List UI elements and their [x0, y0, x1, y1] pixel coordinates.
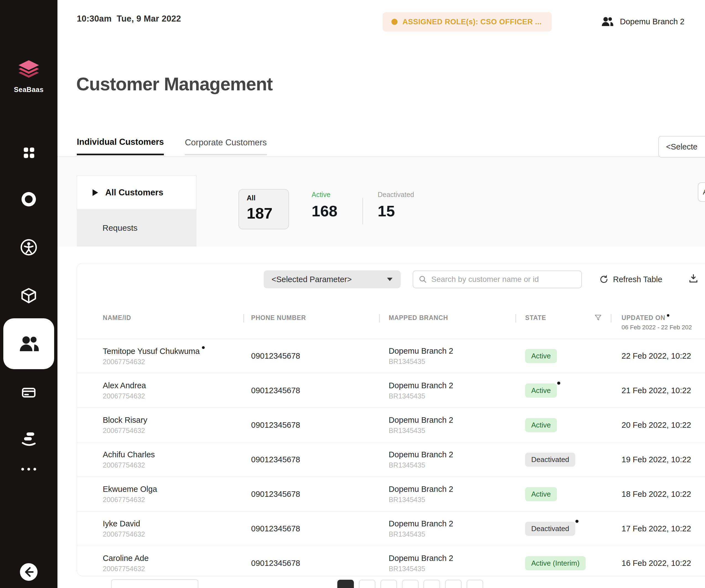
search-box	[413, 271, 582, 288]
parameter-dropdown[interactable]: <Selected Parameter>	[264, 271, 401, 288]
refresh-icon	[599, 275, 609, 284]
header-state[interactable]: STATE	[525, 314, 621, 331]
funnel-icon	[594, 314, 602, 322]
role-status-dot	[391, 19, 397, 25]
phone-number: 09012345678	[251, 352, 389, 361]
branch-code: BR1345435	[389, 530, 525, 538]
status-badge: Deactivated	[525, 522, 575, 536]
table-row[interactable]: Alex Andrea 20067754632 09012345678 Dope…	[77, 373, 705, 408]
sidebar-item-transactions[interactable]	[0, 190, 57, 208]
branch-name: Dopemu Branch 2	[389, 485, 525, 494]
table-row[interactable]: Block Risary 20067754632 09012345678 Dop…	[77, 408, 705, 442]
sidebar-collapse-button[interactable]	[0, 562, 57, 581]
pagination-page-button[interactable]	[467, 580, 483, 588]
customer-id: 20067754632	[103, 392, 251, 400]
phone-number: 09012345678	[251, 524, 389, 533]
branch-name: Dopemu Branch 2	[389, 416, 525, 425]
customer-id: 20067754632	[103, 496, 251, 504]
tab-individual-customers[interactable]: Individual Customers	[77, 137, 164, 155]
branch-people-icon	[600, 14, 614, 29]
add-customer-button-cut[interactable]: A	[698, 182, 705, 202]
table-row[interactable]: Iyke David 20067754632 09012345678 Dopem…	[77, 511, 705, 546]
table-body: Temitope Yusuf Chukwuma 20067754632 0901…	[77, 338, 705, 576]
table-row[interactable]: Temitope Yusuf Chukwuma 20067754632 0901…	[77, 338, 705, 373]
sidebar-item-more[interactable]	[0, 466, 57, 472]
customer-id: 20067754632	[103, 565, 251, 573]
updated-on: 16 Feb 2022, 10:22	[621, 559, 705, 568]
stat-all[interactable]: All 187	[238, 189, 289, 229]
branch-name: Dopemu Branch 2	[389, 347, 525, 356]
header-updated-on[interactable]: UPDATED ON 06 Feb 2022 - 22 Feb 202	[621, 314, 705, 331]
sidebar-item-cards[interactable]	[0, 383, 57, 401]
customer-name: Block Risary	[103, 416, 251, 425]
customer-name: Iyke David	[103, 519, 251, 528]
header-mapped-branch[interactable]: MAPPED BRANCH	[389, 314, 525, 331]
tab-corporate-customers[interactable]: Corporate Customers	[185, 138, 267, 155]
clock: 10:30amTue, 9 Mar 2022	[77, 14, 181, 24]
stat-separator	[363, 198, 363, 224]
state-filter-button[interactable]	[594, 314, 602, 323]
branch-name: Dopemu Branch 2	[389, 381, 525, 390]
branch-code: BR1345435	[389, 496, 525, 504]
badge-dot	[557, 381, 560, 385]
customer-id: 20067754632	[103, 426, 251, 435]
phone-number: 09012345678	[251, 490, 389, 499]
stat-active-value: 168	[312, 202, 337, 220]
search-input[interactable]	[431, 275, 576, 284]
refresh-table-button[interactable]: Refresh Table	[599, 271, 662, 288]
rows-per-page-select[interactable]	[111, 579, 198, 588]
page-title: Customer Management	[76, 74, 273, 94]
play-triangle-icon	[93, 189, 98, 196]
sidebar-item-customers-active[interactable]	[3, 318, 54, 369]
assigned-role-pill[interactable]: ASSIGNED ROLE(s): CSO OFFICER ...	[383, 12, 552, 32]
subnav-all-customers[interactable]: All Customers	[77, 176, 196, 210]
customers-icon	[17, 332, 41, 356]
header-phone[interactable]: PHONE NUMBER	[251, 314, 389, 331]
grid-icon	[20, 144, 38, 162]
search-icon	[419, 275, 427, 284]
pagination-page-button[interactable]	[380, 580, 397, 588]
updated-on: 19 Feb 2022, 10:22	[621, 455, 705, 464]
stat-deactivated-value: 15	[378, 202, 414, 220]
all-customers-label: All Customers	[105, 188, 163, 197]
role-pill-label: ASSIGNED ROLE(s): CSO OFFICER ...	[403, 18, 542, 26]
status-badge: Active	[525, 487, 557, 501]
column-separator	[516, 314, 516, 322]
branch-code: BR1345435	[389, 358, 525, 366]
phone-number: 09012345678	[251, 559, 389, 568]
pagination-page-button[interactable]	[445, 580, 462, 588]
stat-deactivated[interactable]: Deactivated 15	[378, 191, 414, 220]
teller-icon	[20, 430, 38, 448]
stat-active[interactable]: Active 168	[312, 191, 337, 220]
back-arrow-icon	[19, 562, 38, 581]
updated-on: 21 Feb 2022, 10:22	[621, 386, 705, 395]
table-row[interactable]: Ekwueme Olga 20067754632 09012345678 Dop…	[77, 477, 705, 511]
branch-code: BR1345435	[389, 565, 525, 573]
customer-id: 20067754632	[103, 530, 251, 538]
tab-divider	[57, 156, 705, 157]
pagination-page-button[interactable]	[359, 580, 375, 588]
sidebar-item-dashboard[interactable]	[0, 144, 57, 162]
table-row[interactable]: Caroline Ade 20067754632 09012345678 Dop…	[77, 546, 705, 576]
subnav-requests[interactable]: Requests	[77, 210, 196, 246]
customer-name: Achifu Charles	[103, 450, 251, 459]
column-separator	[611, 314, 611, 322]
sidebar-item-teller[interactable]	[0, 430, 57, 448]
selected-filter-button[interactable]: <Selecte	[658, 136, 705, 157]
sidebar-item-products[interactable]	[0, 287, 57, 305]
download-button[interactable]	[688, 273, 699, 285]
chevron-down-icon	[387, 277, 393, 281]
branch-code: BR1345435	[389, 392, 525, 400]
sidebar-item-accessibility[interactable]	[0, 238, 57, 256]
pagination-page-button[interactable]	[423, 580, 440, 588]
header-name-id[interactable]: NAME/ID	[103, 314, 251, 331]
branch-name-label: Dopemu Branch 2	[620, 17, 685, 26]
pagination-page-button[interactable]	[337, 580, 354, 588]
card-icon	[20, 383, 38, 401]
table-row[interactable]: Achifu Charles 20067754632 09012345678 D…	[77, 442, 705, 477]
phone-number: 09012345678	[251, 420, 389, 430]
branch-selector[interactable]: Dopemu Branch 2	[600, 14, 685, 29]
refresh-label: Refresh Table	[613, 275, 662, 284]
stat-all-label: All	[247, 194, 288, 202]
pagination-page-button[interactable]	[402, 580, 419, 588]
